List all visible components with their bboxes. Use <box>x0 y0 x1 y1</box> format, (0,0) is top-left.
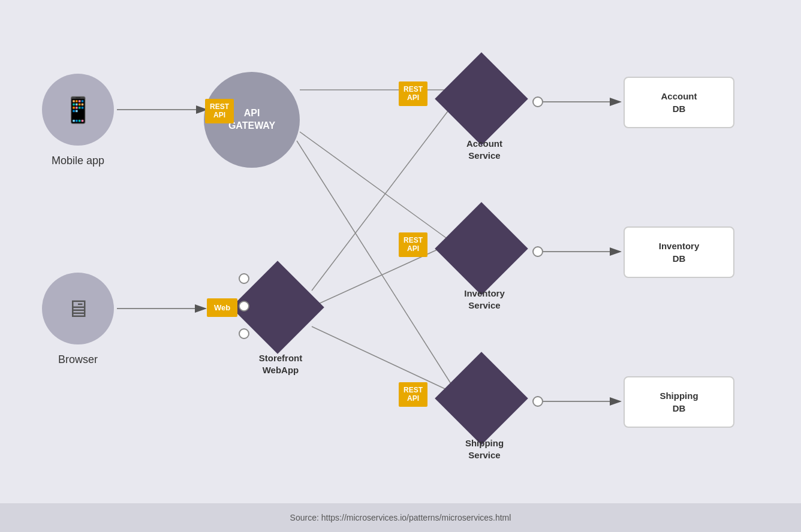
svg-line-7 <box>297 141 453 386</box>
account-diamond <box>435 52 528 146</box>
inventory-label: InventoryService <box>445 288 523 311</box>
connector-circle-1 <box>239 273 249 284</box>
svg-line-5 <box>315 243 453 306</box>
svg-line-4 <box>312 105 453 291</box>
inventory-db: Inventory DB <box>624 226 734 278</box>
shipping-connector <box>532 396 543 407</box>
mobile-client: 📱 <box>42 74 114 146</box>
account-connector <box>532 96 543 107</box>
diagram: 📱 Mobile app 🖥 Browser APIGATEWAY REST A… <box>0 0 801 503</box>
shipping-db: Shipping DB <box>624 376 734 428</box>
rest-badge-shipping: REST API <box>399 382 427 407</box>
gateway-label: APIGATEWAY <box>228 107 275 132</box>
inventory-diamond <box>435 202 528 295</box>
connector-circle-3 <box>239 328 249 339</box>
browser-label: Browser <box>42 353 114 366</box>
account-db: Account DB <box>624 77 734 128</box>
account-label: AccountService <box>445 138 523 161</box>
mobile-label: Mobile app <box>42 155 114 167</box>
connector-circle-2 <box>239 301 249 312</box>
rest-badge-inventory: REST API <box>399 232 427 257</box>
shipping-diamond <box>435 352 528 445</box>
inventory-connector <box>532 246 543 257</box>
footer-text: Source: https://microservices.io/pattern… <box>290 513 511 522</box>
browser-client: 🖥 <box>42 273 114 344</box>
footer: Source: https://microservices.io/pattern… <box>0 503 801 532</box>
svg-line-6 <box>312 327 453 392</box>
web-badge: Web <box>207 298 237 317</box>
shipping-label: ShippingService <box>445 437 523 461</box>
svg-line-3 <box>300 132 453 243</box>
rest-badge-gateway: REST API <box>205 99 234 123</box>
rest-badge-account: REST API <box>399 81 427 106</box>
storefront-label: StorefrontWebApp <box>239 352 323 376</box>
